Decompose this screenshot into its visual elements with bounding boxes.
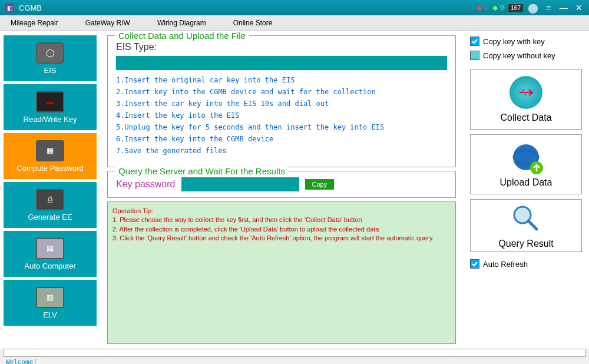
collect-data-label: Collect Data — [500, 112, 551, 123]
tip-1: 1. Please choose the way to collect the … — [112, 216, 451, 224]
sidebar-label: ELV — [43, 310, 57, 319]
query-legend: Query the Server and Wait For the Result… — [115, 166, 289, 176]
collect-fieldset: Collect Data and Upload the File EIS Typ… — [107, 35, 456, 167]
sidebar-label: Generate EE — [28, 213, 72, 221]
key-icon: ▬ — [36, 91, 64, 112]
copy-without-label: Copy key without key — [483, 51, 555, 60]
sidebar-read-write-key[interactable]: ▬ Read/Write Key — [4, 84, 97, 130]
menu-gateway-rw[interactable]: GateWay R/W — [81, 16, 135, 29]
tip-3: 3. Click the 'Query Result' button and c… — [112, 234, 451, 243]
step-2: 2.Insert key into the CGMB device and wa… — [116, 88, 447, 96]
collect-legend: Collect Data and Upload the File — [115, 31, 249, 41]
key-password-label: Key password — [116, 179, 176, 190]
app-icon: ◧ — [5, 3, 14, 12]
query-fieldset: Query the Server and Wait For the Result… — [107, 171, 456, 198]
step-1: 1.Insert the original car key into the E… — [116, 76, 447, 84]
app-title: CGMB — [19, 4, 477, 12]
tip-header: Operation Tip: — [112, 207, 451, 216]
gem-red-icon: ◆ 1 — [477, 4, 488, 12]
menubar: Mileage Repair GateWay R/W Wiring Diagra… — [0, 15, 589, 31]
tip-2: 2. After the collection is completed, cl… — [112, 225, 451, 234]
copy-with-label: Copy key with key — [483, 37, 545, 46]
copy-without-key-option[interactable]: Copy key without key — [470, 51, 582, 60]
checkbox-unchecked-icon[interactable] — [470, 51, 479, 60]
upload-data-button[interactable]: Upload Data — [470, 134, 582, 194]
gem-green-count: 9 — [500, 4, 504, 12]
operation-tip-box: Operation Tip: 1. Please choose the way … — [107, 201, 456, 344]
sidebar-label: Compute Password — [16, 164, 83, 173]
sidebar-eis[interactable]: ◯ EIS — [4, 35, 97, 81]
sidebar-label: Read/Write Key — [24, 115, 77, 124]
gem-red-count: 1 — [484, 4, 488, 12]
checkbox-checked-icon[interactable] — [470, 259, 479, 269]
sidebar-auto-computer[interactable]: ▤ Auto Computer — [4, 231, 97, 277]
menu-wiring-diagram[interactable]: Wiring Diagram — [153, 16, 211, 29]
elv-icon: ▥ — [36, 287, 64, 308]
center-panel: Collect Data and Upload the File EIS Typ… — [100, 31, 463, 349]
printer-icon: ⎙ — [36, 189, 64, 210]
step-6: 6.Insert the key into the CGMB device — [116, 135, 447, 143]
step-7: 7.Save the generated files — [116, 147, 447, 155]
minimize-button[interactable]: — — [558, 2, 569, 13]
sidebar-label: Auto Computer — [24, 262, 75, 270]
step-3: 3.Insert the car key into the EIS 10s an… — [116, 100, 447, 108]
main-area: ◯ EIS ▬ Read/Write Key ▦ Compute Passwor… — [0, 31, 589, 349]
sidebar-label: EIS — [44, 66, 57, 75]
sidebar: ◯ EIS ▬ Read/Write Key ▦ Compute Passwor… — [0, 31, 100, 349]
checkbox-checked-icon[interactable] — [470, 37, 479, 46]
key-password-input[interactable] — [181, 177, 299, 191]
eis-type-field[interactable] — [116, 56, 447, 70]
collect-data-button[interactable]: Collect Data — [470, 70, 582, 130]
magnifier-icon — [509, 202, 542, 235]
usb-icon — [509, 76, 542, 109]
sidebar-compute-password[interactable]: ▦ Compute Password — [4, 133, 97, 179]
close-button[interactable]: ✕ — [574, 2, 584, 13]
step-4: 4.Insert the key into the EIS — [116, 111, 447, 120]
globe-icon[interactable]: ⬤ — [528, 2, 538, 14]
eis-type-label: EIS Type: — [116, 42, 447, 52]
ecu-icon: ▤ — [36, 238, 64, 259]
gem-green-icon: ◆ 9 — [492, 4, 504, 12]
upload-data-label: Upload Data — [500, 177, 552, 188]
counter-badge: 167 — [508, 4, 523, 12]
compute-icon: ▦ — [36, 140, 64, 161]
sidebar-elv[interactable]: ▥ ELV — [4, 280, 97, 326]
status-bar — [4, 349, 585, 357]
welcome-text: Welcome! — [0, 357, 589, 364]
step-5: 5.Unplug the key for 5 seconds and then … — [116, 123, 447, 131]
auto-refresh-option[interactable]: Auto Refresh — [470, 259, 582, 269]
svg-line-4 — [528, 221, 537, 229]
query-result-button[interactable]: Query Result — [470, 199, 582, 252]
auto-refresh-label: Auto Refresh — [483, 260, 528, 269]
menu-mileage-repair[interactable]: Mileage Repair — [6, 16, 63, 29]
copy-with-key-option[interactable]: Copy key with key — [470, 37, 582, 46]
eis-icon: ◯ — [36, 42, 64, 64]
menu-icon[interactable]: ≡ — [543, 2, 554, 13]
query-result-label: Query Result — [498, 239, 553, 249]
titlebar: ◧ CGMB ◆ 1 ◆ 9 167 ⬤ ≡ — ✕ — [0, 0, 589, 15]
menu-online-store[interactable]: Online Store — [229, 16, 277, 29]
globe-upload-icon — [509, 141, 542, 174]
right-panel: Copy key with key Copy key without key C… — [463, 31, 589, 349]
copy-button[interactable]: Copy — [305, 179, 335, 190]
sidebar-generate-ee[interactable]: ⎙ Generate EE — [4, 182, 97, 228]
